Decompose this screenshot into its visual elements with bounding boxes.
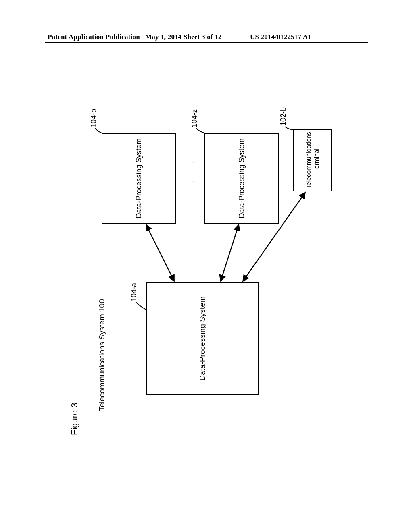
box-data-processing-a: Data-Processing System [146, 282, 259, 395]
ellipsis: . . . [187, 159, 196, 183]
box-label-line1: Telecommunications [305, 132, 312, 188]
ref-104-z: 104-z [190, 109, 199, 127]
box-label-line2: Terminal [313, 132, 320, 188]
ref-104-a: 104-a [130, 283, 138, 301]
leader-104-b [95, 128, 102, 133]
box-telecom-terminal: Telecommunications Terminal [293, 129, 332, 191]
header-right: US 2014/0122517 A1 [250, 33, 311, 41]
figure-title: Figure 3 [69, 403, 80, 435]
figure-3: Figure 3 Telecommunications System 100 D… [65, 85, 348, 447]
box-label: Data-Processing System [238, 138, 246, 218]
box-label: Data-Processing System [198, 296, 207, 380]
ref-104-b: 104-b [90, 109, 98, 127]
leader-102-b [285, 127, 293, 130]
box-data-processing-z: Data-Processing System [204, 133, 279, 224]
arrow-a-to-b [146, 224, 174, 281]
system-title: Telecommunications System 100 [98, 299, 106, 411]
ref-102-b: 102-b [279, 107, 288, 126]
leader-104-z [196, 128, 204, 133]
box-data-processing-b: Data-Processing System [102, 133, 176, 224]
leader-104-a [136, 302, 146, 310]
header-center: May 1, 2014 Sheet 3 of 12 [145, 33, 222, 41]
header-rule [45, 42, 368, 43]
page: Patent Application Publication May 1, 20… [0, 0, 413, 532]
arrow-a-to-z [221, 224, 239, 281]
box-label: Telecommunications Terminal [305, 132, 320, 188]
header-left: Patent Application Publication [48, 33, 140, 41]
box-label: Data-Processing System [135, 138, 143, 218]
